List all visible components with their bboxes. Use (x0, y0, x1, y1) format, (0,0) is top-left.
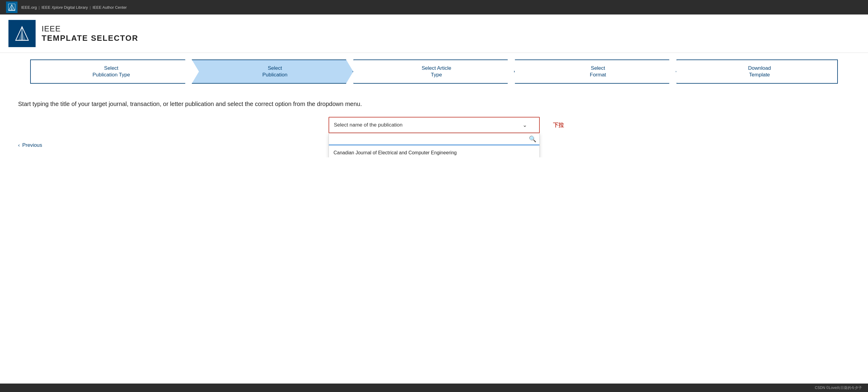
dropdown-search-input[interactable] (332, 135, 529, 143)
step-shape-3: Select ArticleType (353, 59, 515, 84)
nav-link-ieee[interactable]: IEEE.org (21, 5, 37, 10)
header-title-block: IEEE TEMPLATE SELECTOR (42, 24, 138, 43)
header-title-selector: TEMPLATE SELECTOR (42, 33, 138, 43)
stepper: SelectPublication Type SelectPublication… (0, 53, 868, 90)
ieee-logo-box (6, 1, 18, 13)
step-shape-4: SelectFormat (515, 59, 676, 84)
step-5[interactable]: DownloadTemplate (676, 59, 838, 84)
previous-button[interactable]: ‹ Previous (18, 142, 42, 148)
step-1[interactable]: SelectPublication Type (30, 59, 192, 84)
nav-link-xplore[interactable]: IEEE Xplore Digital Library (41, 5, 88, 10)
step-label-2: SelectPublication (262, 65, 287, 78)
search-icon: 🔍 (529, 135, 536, 143)
top-nav: IEEE.org | IEEE Xplore Digital Library |… (0, 0, 868, 15)
step-label-3: Select ArticleType (422, 65, 451, 78)
main-content: Start typing the title of your target jo… (0, 90, 868, 157)
dropdown-placeholder: Select name of the publication (334, 122, 403, 128)
nav-link-author[interactable]: IEEE Author Center (93, 5, 127, 10)
step-label-1: SelectPublication Type (92, 65, 130, 78)
instruction-text: Start typing the title of your target jo… (18, 100, 850, 108)
step-2[interactable]: SelectPublication (192, 59, 353, 84)
annotation-label: 下拉 (553, 121, 564, 129)
step-shape-2: SelectPublication (192, 59, 353, 84)
step-shape-1: SelectPublication Type (30, 59, 192, 84)
step-4[interactable]: SelectFormat (515, 59, 676, 84)
dropdown-item-0[interactable]: Canadian Journal of Electrical and Compu… (329, 145, 539, 157)
publication-dropdown[interactable]: Select name of the publication ⌄ (329, 117, 540, 133)
chevron-down-icon: ⌄ (523, 122, 527, 128)
header-logo-box (8, 20, 36, 47)
dropdown-wrapper: Select name of the publication ⌄ 下拉 🔍 Ca… (329, 117, 540, 133)
dropdown-list: Canadian Journal of Electrical and Compu… (329, 145, 539, 157)
top-nav-links: IEEE.org | IEEE Xplore Digital Library |… (21, 5, 127, 10)
step-3[interactable]: Select ArticleType (353, 59, 515, 84)
dropdown-search-row: 🔍 (329, 133, 539, 145)
header-title-ieee: IEEE (42, 24, 138, 33)
step-label-4: SelectFormat (590, 65, 606, 78)
dropdown-panel: 🔍 Canadian Journal of Electrical and Com… (329, 133, 540, 157)
step-shape-5: DownloadTemplate (676, 59, 838, 84)
header: IEEE TEMPLATE SELECTOR (0, 15, 868, 53)
step-label-5: DownloadTemplate (748, 65, 771, 78)
ieee-logo (6, 1, 18, 13)
previous-label: Previous (22, 142, 42, 148)
chevron-left-icon: ‹ (18, 142, 20, 148)
